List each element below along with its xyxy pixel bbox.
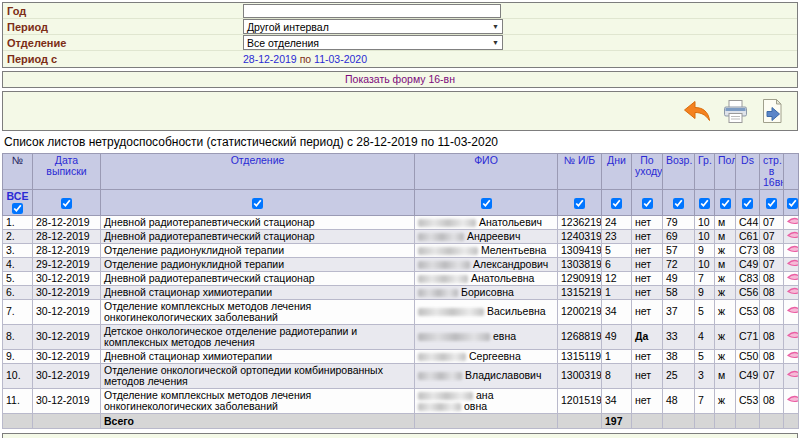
column-header-gr[interactable]: Гр. xyxy=(695,154,715,190)
cell-dept: Детское онкологическое отделение радиоте… xyxy=(101,324,415,349)
eye-icon xyxy=(787,244,799,256)
cell-care: нет xyxy=(632,388,663,413)
table-row: 8.30-12-2019Детское онкологическое отдел… xyxy=(3,324,799,349)
filter-cell-icon xyxy=(784,190,799,216)
cell-age: 49 xyxy=(663,271,695,285)
filter-checkbox-date[interactable] xyxy=(61,198,72,209)
filter-checkbox-care[interactable] xyxy=(642,198,653,209)
column-header-ds[interactable]: Ds xyxy=(736,154,760,190)
cell-n: 6. xyxy=(3,285,33,299)
cell-date: 30-12-2019 xyxy=(33,299,101,324)
year-input[interactable] xyxy=(243,4,501,18)
date-from-link[interactable]: 28-12-2019 xyxy=(243,53,297,65)
total-cell-n xyxy=(3,413,33,428)
view-certificate-button[interactable] xyxy=(784,271,799,285)
cell-fio: анаовна xyxy=(415,388,558,413)
redacted-name xyxy=(418,219,476,227)
print-button[interactable] xyxy=(722,99,749,124)
column-header-dept[interactable]: Отделение xyxy=(101,154,415,190)
view-certificate-button[interactable] xyxy=(784,215,799,229)
cell-fio: Анатольевич xyxy=(415,215,558,229)
redacted-name xyxy=(418,275,468,283)
cell-age: 33 xyxy=(663,324,695,349)
date-range: 28-12-2019 по 11-03-2020 xyxy=(243,53,367,65)
column-header-page[interactable]: стр. в 16вн xyxy=(760,154,784,190)
show-form-button[interactable]: Показать форму 16-вн xyxy=(2,71,798,88)
back-button[interactable] xyxy=(683,99,711,123)
cell-fio: Васильевна xyxy=(415,299,558,324)
cell-sex: м xyxy=(715,257,736,271)
cell-dept: Дневной стационар химиотерапии xyxy=(101,349,415,363)
redacted-name xyxy=(418,392,473,400)
redacted-name xyxy=(418,261,470,269)
column-header-age[interactable]: Возр. xyxy=(663,154,695,190)
view-certificate-button[interactable] xyxy=(784,285,799,299)
cell-age: 79 xyxy=(663,215,695,229)
filter-checkbox-n[interactable] xyxy=(12,203,23,214)
filter-checkbox-sex[interactable] xyxy=(720,198,731,209)
filter-checkbox-days[interactable] xyxy=(611,198,622,209)
view-certificate-button[interactable] xyxy=(784,299,799,324)
cell-care: нет xyxy=(632,243,663,257)
cell-ds: C53 xyxy=(736,299,760,324)
table-filter-row: ВСЕ xyxy=(3,190,799,216)
column-header-care[interactable]: По уходу xyxy=(632,154,663,190)
select-all-link[interactable]: ВСЕ xyxy=(6,191,29,201)
view-certificate-button[interactable] xyxy=(784,324,799,349)
column-header-sex[interactable]: Пол xyxy=(715,154,736,190)
cell-ds: C44 xyxy=(736,215,760,229)
cell-days: 12 xyxy=(602,271,632,285)
cell-ib: 1303819 xyxy=(558,257,602,271)
cell-fio: Александрович xyxy=(415,257,558,271)
cell-sex: ж xyxy=(715,271,736,285)
redacted-name xyxy=(418,333,490,341)
view-certificate-button[interactable] xyxy=(784,363,799,388)
cell-gr: 7 xyxy=(695,271,715,285)
column-header-days[interactable]: Дни xyxy=(602,154,632,190)
cell-page: 07 xyxy=(760,257,784,271)
cell-page: 08 xyxy=(760,324,784,349)
cell-days: 8 xyxy=(602,363,632,388)
cell-dept: Отделение онкологической ортопедии комби… xyxy=(101,363,415,388)
cell-page: 08 xyxy=(760,285,784,299)
period-select[interactable]: Другой интервал ▼ xyxy=(243,19,503,34)
redacted-name xyxy=(418,372,462,380)
filter-checkbox-age[interactable] xyxy=(673,198,684,209)
view-certificate-button[interactable] xyxy=(784,229,799,243)
total-row: Всего197 xyxy=(3,413,799,428)
export-button[interactable] xyxy=(760,98,784,124)
cell-gr: 5 xyxy=(695,349,715,363)
column-header-ib[interactable]: № И/Б xyxy=(558,154,602,190)
filter-checkbox-ds[interactable] xyxy=(742,198,753,209)
table-row: 4.29-12-2019Отделение радионуклидной тер… xyxy=(3,257,799,271)
filter-cell-days xyxy=(602,190,632,216)
cell-page: 08 xyxy=(760,299,784,324)
filter-checkbox-ib[interactable] xyxy=(574,198,585,209)
view-certificate-button[interactable] xyxy=(784,388,799,413)
redacted-name xyxy=(418,289,458,297)
filter-checkbox-dept[interactable] xyxy=(252,198,263,209)
cell-page: 07 xyxy=(760,229,784,243)
total-cell-gr xyxy=(695,413,715,428)
fio-visible-text: Васильевна xyxy=(487,305,546,317)
view-certificate-button[interactable] xyxy=(784,243,799,257)
cell-n: 4. xyxy=(3,257,33,271)
filter-checkbox-fio[interactable] xyxy=(481,198,492,209)
view-certificate-button[interactable] xyxy=(784,257,799,271)
filter-cell-page xyxy=(760,190,784,216)
cell-dept: Отделение радионуклидной терапии xyxy=(101,243,415,257)
cell-sex: ж xyxy=(715,349,736,363)
filter-checkbox-gr[interactable] xyxy=(699,198,710,209)
filter-checkbox-icon[interactable] xyxy=(787,198,798,209)
column-header-date[interactable]: Дата выписки xyxy=(33,154,101,190)
filter-checkbox-page[interactable] xyxy=(766,198,777,209)
eye-icon xyxy=(787,350,799,362)
export-forward-icon xyxy=(760,114,784,126)
cell-ds: C56 xyxy=(736,285,760,299)
cell-sex: ж xyxy=(715,299,736,324)
view-certificate-button[interactable] xyxy=(784,349,799,363)
date-to-link[interactable]: 11-03-2020 xyxy=(314,53,367,65)
eye-icon xyxy=(787,394,799,406)
department-select[interactable]: Все отделения ▼ xyxy=(243,35,503,50)
column-header-fio[interactable]: ФИО xyxy=(415,154,558,190)
